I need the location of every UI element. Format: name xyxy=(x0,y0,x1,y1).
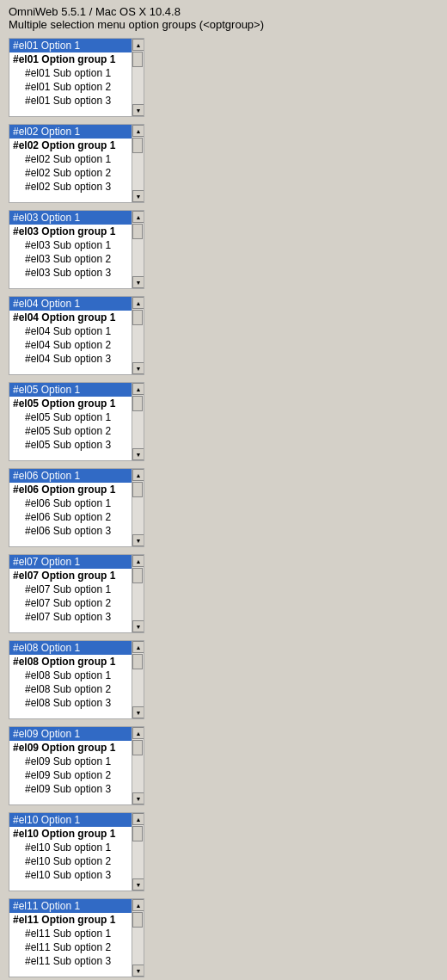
option-group-header[interactable]: #el07 Option group 1 xyxy=(9,569,132,582)
select-el10[interactable]: #el10 Option 1#el10 Option group 1#el10 … xyxy=(9,812,144,891)
sub-option-2[interactable]: #el02 Sub option 2 xyxy=(9,166,132,180)
option-group-header[interactable]: #el09 Option group 1 xyxy=(9,741,132,755)
sub-option-2[interactable]: #el09 Sub option 2 xyxy=(9,768,132,782)
sub-option-2[interactable]: #el08 Sub option 2 xyxy=(9,682,132,696)
scroll-up-button[interactable]: ▲ xyxy=(132,125,144,137)
sub-option-2[interactable]: #el05 Sub option 2 xyxy=(9,424,132,438)
option-group-header[interactable]: #el05 Option group 1 xyxy=(9,397,132,410)
sub-option-2[interactable]: #el07 Sub option 2 xyxy=(9,596,132,610)
scroll-down-button[interactable]: ▼ xyxy=(132,104,144,116)
option-top[interactable]: #el09 Option 1 xyxy=(9,727,132,741)
scroll-down-button[interactable]: ▼ xyxy=(132,190,144,202)
option-group-header[interactable]: #el10 Option group 1 xyxy=(9,827,132,841)
scroll-up-button[interactable]: ▲ xyxy=(132,383,144,395)
sub-option-1[interactable]: #el08 Sub option 1 xyxy=(9,669,132,682)
scroll-down-button[interactable]: ▼ xyxy=(132,965,144,977)
sub-option-3[interactable]: #el10 Sub option 3 xyxy=(9,868,132,882)
scroll-up-button[interactable]: ▲ xyxy=(132,469,144,481)
sub-option-2[interactable]: #el03 Sub option 2 xyxy=(9,252,132,266)
option-group-header[interactable]: #el11 Option group 1 xyxy=(9,913,132,927)
scroll-up-button[interactable]: ▲ xyxy=(132,641,144,653)
scroll-up-button[interactable]: ▲ xyxy=(132,899,144,911)
sub-option-1[interactable]: #el10 Sub option 1 xyxy=(9,841,132,854)
select-el05[interactable]: #el05 Option 1#el05 Option group 1#el05 … xyxy=(9,382,144,461)
option-top[interactable]: #el03 Option 1 xyxy=(9,211,132,225)
option-group-header[interactable]: #el08 Option group 1 xyxy=(9,655,132,669)
option-top[interactable]: #el11 Option 1 xyxy=(9,899,132,913)
scroll-up-button[interactable]: ▲ xyxy=(132,727,144,739)
scroll-up-button[interactable]: ▲ xyxy=(132,211,144,223)
scroll-up-button[interactable]: ▲ xyxy=(132,39,144,51)
scroll-up-button[interactable]: ▲ xyxy=(132,297,144,309)
sub-option-1[interactable]: #el04 Sub option 1 xyxy=(9,324,132,338)
select-el02[interactable]: #el02 Option 1#el02 Option group 1#el02 … xyxy=(9,124,144,203)
option-top[interactable]: #el02 Option 1 xyxy=(9,125,132,139)
scroll-thumb[interactable] xyxy=(132,482,143,497)
option-group-header[interactable]: #el04 Option group 1 xyxy=(9,311,132,324)
select-el07[interactable]: #el07 Option 1#el07 Option group 1#el07 … xyxy=(9,554,144,633)
option-group-header[interactable]: #el06 Option group 1 xyxy=(9,483,132,496)
scroll-thumb[interactable] xyxy=(132,310,143,325)
select-el11[interactable]: #el11 Option 1#el11 Option group 1#el11 … xyxy=(9,898,144,977)
sub-option-1[interactable]: #el09 Sub option 1 xyxy=(9,755,132,768)
sub-option-2[interactable]: #el10 Sub option 2 xyxy=(9,854,132,868)
sub-option-2[interactable]: #el06 Sub option 2 xyxy=(9,510,132,524)
scroll-thumb[interactable] xyxy=(132,224,143,239)
scroll-down-button[interactable]: ▼ xyxy=(132,534,144,546)
select-el01[interactable]: #el01 Option 1#el01 Option group 1#el01 … xyxy=(9,38,144,117)
scroll-thumb[interactable] xyxy=(132,568,143,583)
scroll-up-button[interactable]: ▲ xyxy=(132,813,144,825)
sub-option-1[interactable]: #el02 Sub option 1 xyxy=(9,152,132,166)
sub-option-3[interactable]: #el07 Sub option 3 xyxy=(9,610,132,624)
sub-option-3[interactable]: #el11 Sub option 3 xyxy=(9,954,132,968)
sub-option-1[interactable]: #el03 Sub option 1 xyxy=(9,238,132,252)
option-top[interactable]: #el08 Option 1 xyxy=(9,641,132,655)
option-group-header[interactable]: #el02 Option group 1 xyxy=(9,139,132,152)
sub-option-3[interactable]: #el03 Sub option 3 xyxy=(9,266,132,280)
scroll-thumb[interactable] xyxy=(132,396,143,411)
sub-option-2[interactable]: #el01 Sub option 2 xyxy=(9,80,132,94)
sub-option-1[interactable]: #el07 Sub option 1 xyxy=(9,582,132,596)
scroll-up-button[interactable]: ▲ xyxy=(132,555,144,567)
sub-option-1[interactable]: #el01 Sub option 1 xyxy=(9,66,132,80)
scroll-thumb[interactable] xyxy=(132,654,143,669)
scroll-thumb[interactable] xyxy=(132,52,143,67)
scroll-down-button[interactable]: ▼ xyxy=(132,362,144,374)
scroll-track xyxy=(132,309,144,362)
option-top[interactable]: #el07 Option 1 xyxy=(9,555,132,569)
sub-option-3[interactable]: #el08 Sub option 3 xyxy=(9,696,132,710)
scroll-thumb[interactable] xyxy=(132,138,143,153)
scroll-down-button[interactable]: ▼ xyxy=(132,620,144,632)
select-el03[interactable]: #el03 Option 1#el03 Option group 1#el03 … xyxy=(9,210,144,289)
select-el04[interactable]: #el04 Option 1#el04 Option group 1#el04 … xyxy=(9,296,144,375)
scroll-down-button[interactable]: ▼ xyxy=(132,276,144,288)
option-top[interactable]: #el06 Option 1 xyxy=(9,469,132,483)
option-group-header[interactable]: #el01 Option group 1 xyxy=(9,52,132,66)
select-el06[interactable]: #el06 Option 1#el06 Option group 1#el06 … xyxy=(9,468,144,547)
option-top[interactable]: #el04 Option 1 xyxy=(9,297,132,311)
scroll-thumb[interactable] xyxy=(132,740,143,755)
select-el09[interactable]: #el09 Option 1#el09 Option group 1#el09 … xyxy=(9,726,144,805)
sub-option-3[interactable]: #el09 Sub option 3 xyxy=(9,782,132,796)
sub-option-1[interactable]: #el05 Sub option 1 xyxy=(9,410,132,424)
scroll-down-button[interactable]: ▼ xyxy=(132,706,144,718)
sub-option-3[interactable]: #el02 Sub option 3 xyxy=(9,180,132,194)
option-group-header[interactable]: #el03 Option group 1 xyxy=(9,225,132,238)
sub-option-3[interactable]: #el06 Sub option 3 xyxy=(9,524,132,538)
scroll-thumb[interactable] xyxy=(132,912,143,928)
select-el08[interactable]: #el08 Option 1#el08 Option group 1#el08 … xyxy=(9,640,144,719)
sub-option-3[interactable]: #el04 Sub option 3 xyxy=(9,352,132,366)
sub-option-2[interactable]: #el11 Sub option 2 xyxy=(9,940,132,954)
scroll-thumb[interactable] xyxy=(132,826,143,841)
sub-option-1[interactable]: #el06 Sub option 1 xyxy=(9,496,132,510)
option-top[interactable]: #el01 Option 1 xyxy=(9,39,132,52)
option-top[interactable]: #el10 Option 1 xyxy=(9,813,132,827)
sub-option-3[interactable]: #el01 Sub option 3 xyxy=(9,94,132,108)
option-top[interactable]: #el05 Option 1 xyxy=(9,383,132,397)
scroll-down-button[interactable]: ▼ xyxy=(132,878,144,891)
sub-option-2[interactable]: #el04 Sub option 2 xyxy=(9,338,132,352)
sub-option-1[interactable]: #el11 Sub option 1 xyxy=(9,927,132,940)
scroll-down-button[interactable]: ▼ xyxy=(132,448,144,460)
scroll-down-button[interactable]: ▼ xyxy=(132,792,144,804)
sub-option-3[interactable]: #el05 Sub option 3 xyxy=(9,438,132,452)
